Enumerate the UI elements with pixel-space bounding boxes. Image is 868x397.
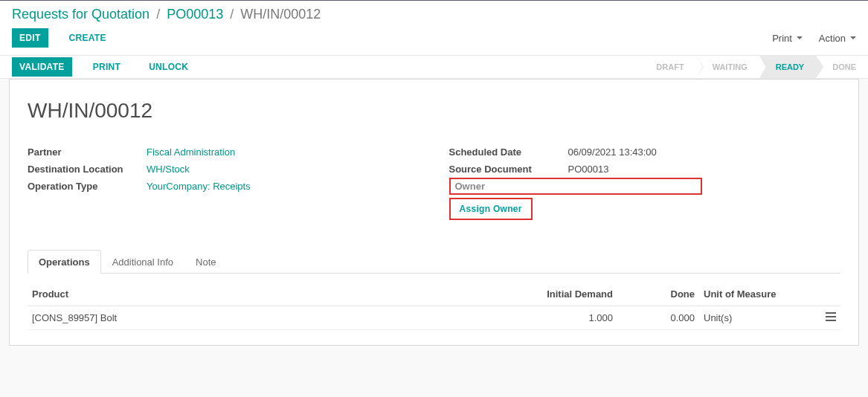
operation-type-value[interactable]: YourCompany: Receipts xyxy=(147,181,251,192)
partner-value[interactable]: Fiscal Administration xyxy=(147,146,235,158)
breadcrumb-po[interactable]: PO00013 xyxy=(167,7,223,22)
caret-down-icon xyxy=(850,36,856,39)
owner-input[interactable] xyxy=(455,181,696,192)
cell-initial-demand: 1.000 xyxy=(498,306,617,330)
status-bar: DRAFT WAITING READY DONE xyxy=(640,56,868,78)
breadcrumb-root[interactable]: Requests for Quotation xyxy=(12,7,150,22)
tab-additional-info[interactable]: Additional Info xyxy=(101,250,184,274)
operation-type-label: Operation Type xyxy=(28,181,147,192)
table-row[interactable]: [CONS_89957] Bolt 1.000 0.000 Unit(s) xyxy=(28,306,840,330)
print-button[interactable]: PRINT xyxy=(86,57,129,77)
tab-operations[interactable]: Operations xyxy=(28,250,101,274)
svg-rect-0 xyxy=(826,312,836,314)
svg-rect-1 xyxy=(826,316,836,317)
breadcrumb: Requests for Quotation / PO00013 / WH/IN… xyxy=(12,7,321,22)
page-title: WH/IN/00012 xyxy=(28,99,840,123)
source-document-value: PO00013 xyxy=(568,164,609,175)
print-menu[interactable]: Print xyxy=(772,33,803,44)
partner-label: Partner xyxy=(28,146,147,158)
breadcrumb-sep: / xyxy=(156,7,160,22)
status-draft[interactable]: DRAFT xyxy=(640,56,695,78)
source-document-label: Source Document xyxy=(449,164,568,175)
col-product[interactable]: Product xyxy=(28,283,498,306)
breadcrumb-current: WH/IN/00012 xyxy=(240,7,321,22)
scheduled-date-label: Scheduled Date xyxy=(449,146,568,158)
row-details-icon[interactable] xyxy=(826,312,836,323)
tab-note[interactable]: Note xyxy=(184,250,227,274)
edit-button[interactable]: EDIT xyxy=(12,28,48,48)
action-menu-label: Action xyxy=(819,33,846,44)
create-button[interactable]: CREATE xyxy=(62,28,114,48)
unlock-button[interactable]: UNLOCK xyxy=(141,57,196,77)
breadcrumb-sep: / xyxy=(230,7,234,22)
destination-location-value[interactable]: WH/Stock xyxy=(147,164,190,175)
svg-rect-2 xyxy=(826,320,836,321)
scheduled-date-value: 06/09/2021 13:43:00 xyxy=(568,146,657,158)
validate-button[interactable]: VALIDATE xyxy=(12,57,72,77)
col-uom[interactable]: Unit of Measure xyxy=(699,283,818,306)
status-ready[interactable]: READY xyxy=(759,56,817,78)
assign-owner-button[interactable]: Assign Owner xyxy=(451,199,531,219)
caret-down-icon xyxy=(797,36,803,39)
status-waiting[interactable]: WAITING xyxy=(696,56,759,78)
owner-field-wrap[interactable] xyxy=(449,178,702,195)
col-done[interactable]: Done xyxy=(617,283,699,306)
destination-location-label: Destination Location xyxy=(28,164,147,175)
cell-product: [CONS_89957] Bolt xyxy=(28,306,498,330)
status-done[interactable]: DONE xyxy=(816,56,868,78)
tabs: Operations Additional Info Note xyxy=(28,250,840,274)
col-initial-demand[interactable]: Initial Demand xyxy=(498,283,617,306)
col-actions xyxy=(818,283,840,306)
operations-table: Product Initial Demand Done Unit of Meas… xyxy=(28,283,840,330)
cell-done: 0.000 xyxy=(617,306,699,330)
cell-uom: Unit(s) xyxy=(699,306,818,330)
action-menu[interactable]: Action xyxy=(819,33,856,44)
print-menu-label: Print xyxy=(772,33,792,44)
